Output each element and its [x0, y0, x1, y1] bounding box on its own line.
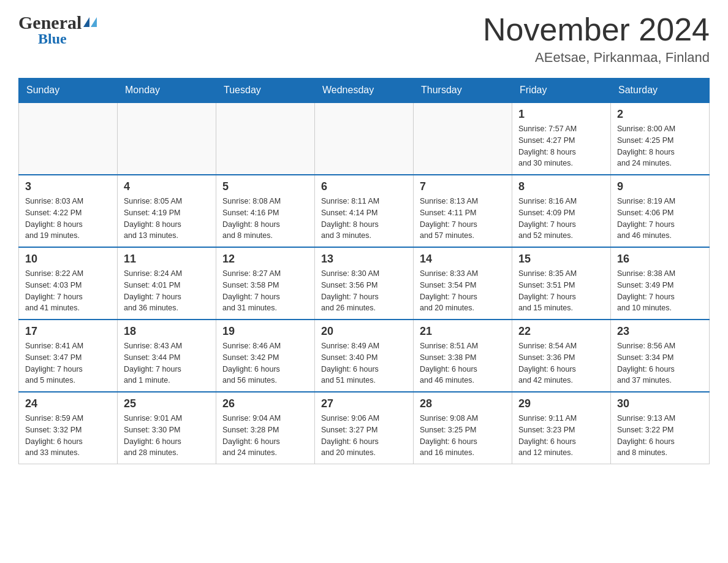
calendar-day: 15Sunrise: 8:35 AM Sunset: 3:51 PM Dayli…	[512, 247, 611, 320]
day-info: Sunrise: 8:49 AM Sunset: 3:40 PM Dayligh…	[321, 340, 407, 386]
calendar-day: 19Sunrise: 8:46 AM Sunset: 3:42 PM Dayli…	[216, 320, 315, 392]
day-number: 23	[617, 325, 703, 338]
calendar-day: 21Sunrise: 8:51 AM Sunset: 3:38 PM Dayli…	[414, 320, 512, 392]
calendar-day: 13Sunrise: 8:30 AM Sunset: 3:56 PM Dayli…	[315, 247, 414, 320]
weekday-header-tuesday: Tuesday	[216, 79, 315, 103]
day-number: 6	[321, 180, 407, 193]
day-info: Sunrise: 9:01 AM Sunset: 3:30 PM Dayligh…	[124, 413, 210, 459]
day-info: Sunrise: 8:43 AM Sunset: 3:44 PM Dayligh…	[124, 340, 210, 386]
calendar-day: 29Sunrise: 9:11 AM Sunset: 3:23 PM Dayli…	[512, 392, 611, 464]
logo: General Blue	[18, 12, 97, 47]
day-info: Sunrise: 8:35 AM Sunset: 3:51 PM Dayligh…	[518, 268, 604, 314]
day-info: Sunrise: 8:33 AM Sunset: 3:54 PM Dayligh…	[420, 268, 506, 314]
logo-tri-light-icon	[91, 17, 97, 27]
calendar-week-row: 1Sunrise: 7:57 AM Sunset: 4:27 PM Daylig…	[19, 102, 710, 175]
day-number: 26	[222, 397, 308, 410]
day-info: Sunrise: 9:13 AM Sunset: 3:22 PM Dayligh…	[617, 413, 703, 459]
day-info: Sunrise: 8:08 AM Sunset: 4:16 PM Dayligh…	[222, 196, 308, 242]
day-number: 11	[124, 253, 210, 266]
calendar-week-row: 3Sunrise: 8:03 AM Sunset: 4:22 PM Daylig…	[19, 175, 710, 247]
day-info: Sunrise: 8:30 AM Sunset: 3:56 PM Dayligh…	[321, 268, 407, 314]
day-number: 22	[518, 325, 604, 338]
weekday-header-sunday: Sunday	[19, 79, 118, 103]
calendar-day: 9Sunrise: 8:19 AM Sunset: 4:06 PM Daylig…	[611, 175, 710, 247]
calendar-day: 26Sunrise: 9:04 AM Sunset: 3:28 PM Dayli…	[216, 392, 315, 464]
weekday-header-wednesday: Wednesday	[315, 79, 414, 103]
weekday-header-thursday: Thursday	[414, 79, 512, 103]
day-info: Sunrise: 8:46 AM Sunset: 3:42 PM Dayligh…	[222, 340, 308, 386]
calendar-day: 22Sunrise: 8:54 AM Sunset: 3:36 PM Dayli…	[512, 320, 611, 392]
logo-triangle-area	[83, 17, 97, 27]
day-info: Sunrise: 8:51 AM Sunset: 3:38 PM Dayligh…	[420, 340, 506, 386]
calendar-day: 27Sunrise: 9:06 AM Sunset: 3:27 PM Dayli…	[315, 392, 414, 464]
calendar-day: 18Sunrise: 8:43 AM Sunset: 3:44 PM Dayli…	[118, 320, 216, 392]
calendar-day	[414, 102, 512, 175]
day-info: Sunrise: 8:05 AM Sunset: 4:19 PM Dayligh…	[124, 196, 210, 242]
day-info: Sunrise: 9:04 AM Sunset: 3:28 PM Dayligh…	[222, 413, 308, 459]
day-info: Sunrise: 8:11 AM Sunset: 4:14 PM Dayligh…	[321, 196, 407, 242]
calendar-day: 1Sunrise: 7:57 AM Sunset: 4:27 PM Daylig…	[512, 102, 611, 175]
calendar-day	[19, 102, 118, 175]
day-info: Sunrise: 8:03 AM Sunset: 4:22 PM Dayligh…	[25, 196, 111, 242]
day-number: 2	[617, 108, 703, 121]
day-info: Sunrise: 8:19 AM Sunset: 4:06 PM Dayligh…	[617, 196, 703, 242]
day-number: 18	[124, 325, 210, 338]
calendar-day: 28Sunrise: 9:08 AM Sunset: 3:25 PM Dayli…	[414, 392, 512, 464]
day-info: Sunrise: 8:27 AM Sunset: 3:58 PM Dayligh…	[222, 268, 308, 314]
day-number: 29	[518, 397, 604, 410]
month-title: November 2024	[483, 12, 710, 47]
calendar-day: 20Sunrise: 8:49 AM Sunset: 3:40 PM Dayli…	[315, 320, 414, 392]
day-number: 14	[420, 253, 506, 266]
logo-general-text: General	[18, 12, 82, 33]
day-info: Sunrise: 8:41 AM Sunset: 3:47 PM Dayligh…	[25, 340, 111, 386]
day-number: 19	[222, 325, 308, 338]
calendar-day: 23Sunrise: 8:56 AM Sunset: 3:34 PM Dayli…	[611, 320, 710, 392]
weekday-header-monday: Monday	[118, 79, 216, 103]
day-number: 12	[222, 253, 308, 266]
calendar-day: 7Sunrise: 8:13 AM Sunset: 4:11 PM Daylig…	[414, 175, 512, 247]
day-info: Sunrise: 8:54 AM Sunset: 3:36 PM Dayligh…	[518, 340, 604, 386]
calendar-day	[315, 102, 414, 175]
day-info: Sunrise: 8:56 AM Sunset: 3:34 PM Dayligh…	[617, 340, 703, 386]
calendar-day: 6Sunrise: 8:11 AM Sunset: 4:14 PM Daylig…	[315, 175, 414, 247]
calendar-week-row: 24Sunrise: 8:59 AM Sunset: 3:32 PM Dayli…	[19, 392, 710, 464]
calendar-day: 25Sunrise: 9:01 AM Sunset: 3:30 PM Dayli…	[118, 392, 216, 464]
calendar-day: 14Sunrise: 8:33 AM Sunset: 3:54 PM Dayli…	[414, 247, 512, 320]
calendar-day: 24Sunrise: 8:59 AM Sunset: 3:32 PM Dayli…	[19, 392, 118, 464]
calendar-day: 3Sunrise: 8:03 AM Sunset: 4:22 PM Daylig…	[19, 175, 118, 247]
day-number: 21	[420, 325, 506, 338]
day-info: Sunrise: 8:13 AM Sunset: 4:11 PM Dayligh…	[420, 196, 506, 242]
day-info: Sunrise: 8:22 AM Sunset: 4:03 PM Dayligh…	[25, 268, 111, 314]
weekday-header-saturday: Saturday	[611, 79, 710, 103]
day-number: 4	[124, 180, 210, 193]
day-info: Sunrise: 8:00 AM Sunset: 4:25 PM Dayligh…	[617, 123, 703, 169]
day-info: Sunrise: 8:59 AM Sunset: 3:32 PM Dayligh…	[25, 413, 111, 459]
weekday-header-friday: Friday	[512, 79, 611, 103]
calendar-day	[118, 102, 216, 175]
day-info: Sunrise: 7:57 AM Sunset: 4:27 PM Dayligh…	[518, 123, 604, 169]
day-number: 25	[124, 397, 210, 410]
calendar-day: 2Sunrise: 8:00 AM Sunset: 4:25 PM Daylig…	[611, 102, 710, 175]
calendar-day: 12Sunrise: 8:27 AM Sunset: 3:58 PM Dayli…	[216, 247, 315, 320]
calendar-week-row: 17Sunrise: 8:41 AM Sunset: 3:47 PM Dayli…	[19, 320, 710, 392]
day-info: Sunrise: 8:24 AM Sunset: 4:01 PM Dayligh…	[124, 268, 210, 314]
day-number: 20	[321, 325, 407, 338]
day-info: Sunrise: 9:08 AM Sunset: 3:25 PM Dayligh…	[420, 413, 506, 459]
day-number: 1	[518, 108, 604, 121]
day-number: 17	[25, 325, 111, 338]
calendar-day: 30Sunrise: 9:13 AM Sunset: 3:22 PM Dayli…	[611, 392, 710, 464]
day-number: 5	[222, 180, 308, 193]
day-info: Sunrise: 8:16 AM Sunset: 4:09 PM Dayligh…	[518, 196, 604, 242]
calendar-week-row: 10Sunrise: 8:22 AM Sunset: 4:03 PM Dayli…	[19, 247, 710, 320]
day-number: 30	[617, 397, 703, 410]
calendar-day	[216, 102, 315, 175]
day-number: 27	[321, 397, 407, 410]
calendar-table: SundayMondayTuesdayWednesdayThursdayFrid…	[18, 78, 710, 464]
calendar-day: 17Sunrise: 8:41 AM Sunset: 3:47 PM Dayli…	[19, 320, 118, 392]
day-number: 8	[518, 180, 604, 193]
day-info: Sunrise: 9:06 AM Sunset: 3:27 PM Dayligh…	[321, 413, 407, 459]
day-number: 10	[25, 253, 111, 266]
day-number: 13	[321, 253, 407, 266]
location: AEetsae, Pirkanmaa, Finland	[483, 50, 710, 66]
calendar-day: 16Sunrise: 8:38 AM Sunset: 3:49 PM Dayli…	[611, 247, 710, 320]
